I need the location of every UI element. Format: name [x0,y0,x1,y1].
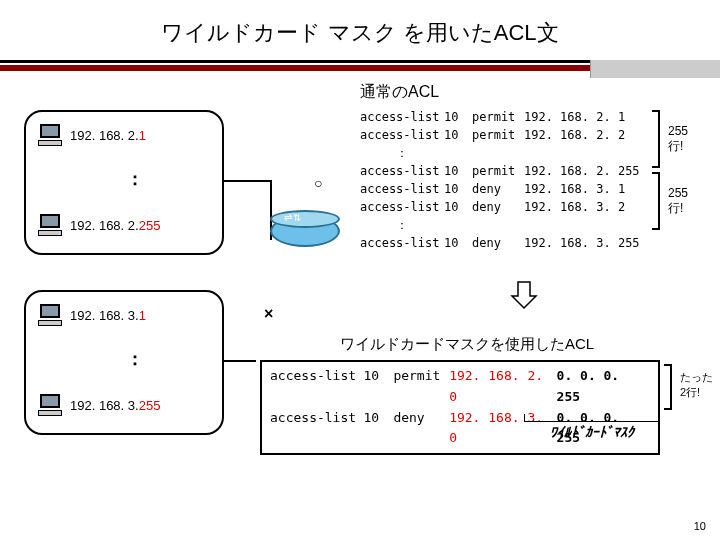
deny-mark-icon: × [264,305,273,323]
permit-mark-icon: ○ [314,175,322,191]
router-icon: ⇄ ⇅ [270,210,340,252]
computer-icon [36,304,64,326]
brace-icon [652,172,660,230]
normal-acl-list: access-list10permit192. 168. 2. 1 access… [360,108,650,252]
down-arrow-icon [510,280,538,310]
link-line [224,180,270,182]
wildcard-mask-label: ﾜｲﾙﾄﾞｶｰﾄﾞﾏｽｸ [524,424,660,440]
host-ellipsis: ： [126,347,144,371]
title-rule [0,60,720,71]
host-2-1: 192. 168. 2.1 [36,122,206,148]
brace-icon [664,364,672,410]
host-3-255: 192. 168. 3.255 [36,392,206,418]
wildcard-acl-list: access-list 10 permit 192. 168. 2. 0 0. … [260,360,660,455]
link-line [224,360,256,362]
computer-icon [36,394,64,416]
subnet-box-2: 192. 168. 3.1 ： 192. 168. 3.255 [24,290,224,435]
line-count-1: 255行! [668,124,688,155]
subnet-box-1: 192. 168. 2.1 ： 192. 168. 2.255 [24,110,224,255]
normal-acl-heading: 通常のACL [360,82,439,103]
host-3-1: 192. 168. 3.1 [36,302,206,328]
host-2-255: 192. 168. 2.255 [36,212,206,238]
slide-title: ワイルドカード マスク を用いたACL文 [0,0,720,58]
computer-icon [36,214,64,236]
mask-underbrace: ﾜｲﾙﾄﾞｶｰﾄﾞﾏｽｸ [524,414,660,440]
wildcard-acl-heading: ワイルドカードマスクを使用したACL [340,335,594,354]
line-count-2: 255行! [668,186,688,217]
host-ellipsis: ： [126,167,144,191]
page-number: 10 [694,520,706,532]
computer-icon [36,124,64,146]
brace-icon [652,110,660,168]
line-count-3: たった2行! [680,370,713,400]
